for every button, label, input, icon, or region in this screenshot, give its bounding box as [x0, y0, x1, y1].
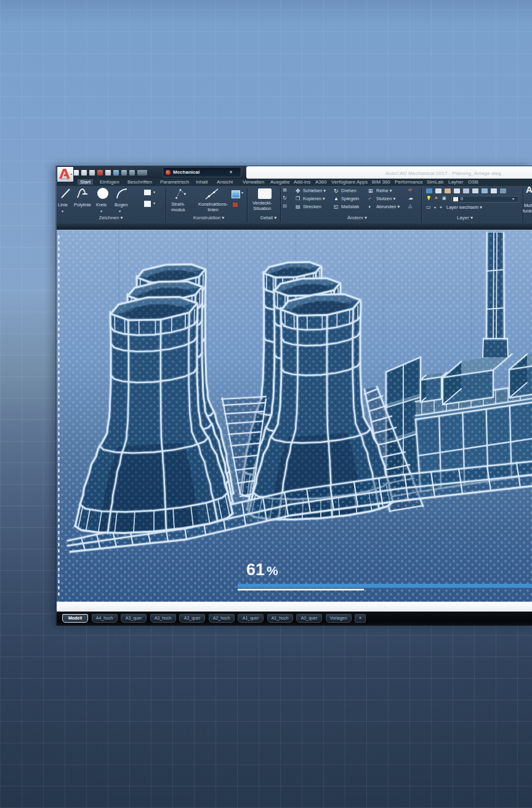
svg-text:61%: 61%: [246, 560, 278, 579]
